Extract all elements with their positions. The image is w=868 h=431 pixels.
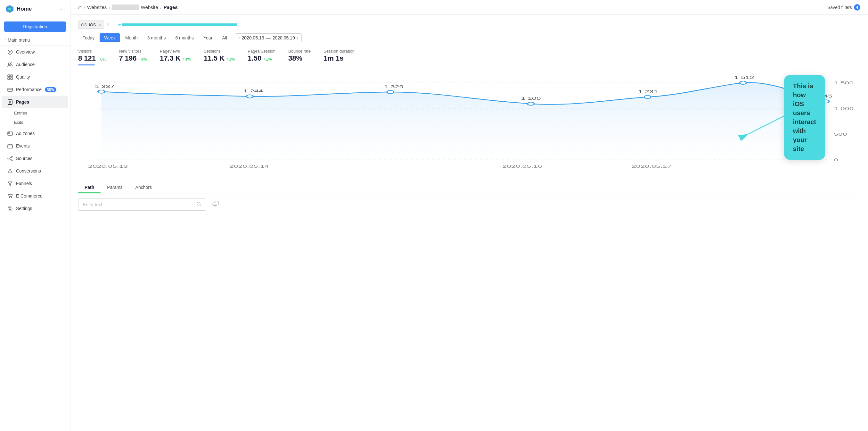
stat-session-duration-label: Session duration	[323, 49, 354, 54]
sidebar-item-settings[interactable]: Settings	[2, 202, 68, 214]
sidebar-item-ecommerce[interactable]: E-Commerce	[2, 190, 68, 202]
sidebar-sub-entries[interactable]: Entries	[0, 108, 70, 118]
cloud-upload-icon[interactable]	[212, 201, 219, 208]
label-3: 1 100	[521, 96, 541, 101]
y-label-1500: 1 500	[834, 81, 854, 85]
stat-bounce-rate: Bounce rate 38%	[288, 49, 311, 65]
date-start: 2020.05.13	[242, 35, 264, 40]
y-label-1000: 1 000	[834, 107, 854, 111]
sidebar-item-pages[interactable]: Pages	[2, 96, 68, 108]
time-btn-today[interactable]: Today	[78, 33, 99, 42]
chart-container: 1 500 1 000 500 0 1	[78, 73, 860, 176]
filter-clear-all[interactable]: ×	[107, 22, 110, 28]
registration-button[interactable]: Registration	[4, 22, 66, 32]
breadcrumb: ⌂ › Websites › Website › Pages	[78, 4, 178, 10]
svg-line-42	[200, 205, 201, 206]
filter-ios-close[interactable]: ×	[98, 22, 101, 27]
stat-visitors: Visitors 8 121 +6%	[78, 49, 106, 65]
sidebar-item-quality[interactable]: Quality	[2, 71, 68, 83]
svg-point-32	[8, 206, 12, 211]
svg-point-29	[9, 197, 10, 198]
y-label-500: 500	[834, 132, 847, 137]
date-range-picker[interactable]: ‹ 2020.05.13 — 2020.05.19 ›	[235, 33, 302, 42]
tab-path[interactable]: Path	[78, 182, 100, 193]
time-btn-year[interactable]: Year	[199, 33, 217, 42]
quality-icon	[7, 74, 13, 80]
label-2: 1 329	[384, 85, 404, 89]
tooltip-arrow-svg	[729, 108, 793, 140]
time-btn-6months[interactable]: 6 months	[171, 33, 198, 42]
time-btn-week[interactable]: Week	[100, 33, 120, 42]
x-label-1: 2020.05.14	[229, 164, 269, 169]
sidebar-logo: Home	[5, 4, 32, 13]
sidebar-item-conversions[interactable]: Conversions	[2, 165, 68, 177]
sidebar-item-performance[interactable]: Performance NEW	[2, 83, 68, 95]
stat-pages-session-change: +1%	[263, 57, 272, 62]
stat-pageviews: Pageviews 17.3 K +4%	[160, 49, 191, 65]
search-bar[interactable]	[78, 199, 206, 211]
search-area	[78, 199, 206, 211]
sidebar-item-funnels[interactable]: Funnels	[2, 177, 68, 190]
breadcrumb-websites[interactable]: Websites	[87, 4, 107, 10]
date-prev-arrow[interactable]: ‹	[238, 35, 240, 40]
breadcrumb-website-label[interactable]: Website	[141, 4, 158, 10]
stat-bounce-rate-label: Bounce rate	[288, 49, 311, 54]
breadcrumb-pages: Pages	[164, 4, 178, 10]
sidebar-item-overview[interactable]: Overview	[2, 46, 68, 58]
tab-params[interactable]: Params	[100, 182, 129, 193]
x-label-0: 2020.05.13	[88, 164, 128, 169]
stat-sessions-label: Sessions	[204, 49, 235, 54]
breadcrumb-website-name	[112, 4, 139, 10]
sidebar-item-ad-zones[interactable]: Ad zones	[2, 127, 68, 140]
breadcrumb-sep: ›	[84, 4, 85, 10]
svg-point-5	[8, 63, 10, 65]
stat-pageviews-value: 17.3 K +4%	[160, 54, 191, 62]
conversions-icon	[7, 168, 13, 174]
chart-area-fill	[101, 82, 826, 160]
svg-point-25	[11, 160, 12, 161]
x-label-4: 2020.05.17	[631, 164, 671, 169]
time-btn-3months[interactable]: 3 months	[143, 33, 170, 42]
stat-sessions: Sessions 11.5 K +3%	[204, 49, 235, 65]
chart-dot-1	[247, 95, 253, 98]
svg-point-23	[8, 158, 9, 159]
stat-visitors-label: Visitors	[78, 49, 106, 54]
time-btn-all[interactable]: All	[217, 33, 231, 42]
sources-icon	[7, 155, 13, 161]
main-content: ⌂ › Websites › Website › Pages Saved fil…	[70, 0, 868, 431]
pages-icon	[7, 99, 13, 105]
tooltip-text: This is how iOS users interact with your…	[793, 82, 816, 152]
time-btn-month[interactable]: Month	[121, 33, 142, 42]
chart-dot-4	[644, 95, 651, 99]
saved-filters-button[interactable]: Saved filters 4	[827, 4, 860, 10]
svg-line-27	[9, 159, 11, 160]
tab-anchors[interactable]: Anchors	[129, 182, 158, 193]
sidebar-item-sources[interactable]: Sources	[2, 152, 68, 165]
sidebar-item-audience[interactable]: Audience	[2, 58, 68, 70]
stat-visitors-underline	[78, 64, 95, 65]
performance-icon	[7, 87, 13, 92]
stat-pages-session: Pages/Session 1.50 +1%	[248, 49, 275, 65]
sidebar-item-label: Conversions	[16, 168, 41, 173]
date-end: 2020.05.19	[273, 35, 295, 40]
main-menu-item[interactable]: ‹ Main menu	[0, 35, 70, 46]
svg-rect-9	[8, 78, 10, 80]
overview-icon	[7, 49, 13, 55]
sidebar-sub-exits[interactable]: Exits	[0, 118, 70, 127]
cyan-arrow-svg	[119, 20, 240, 29]
settings-icon	[7, 206, 13, 211]
stat-visitors-value: 8 121 +6%	[78, 54, 106, 62]
search-input[interactable]	[83, 202, 194, 207]
sidebar-item-events[interactable]: Events	[2, 140, 68, 152]
svg-point-6	[10, 62, 12, 64]
svg-point-41	[197, 202, 200, 205]
home-icon[interactable]: ⌂	[78, 4, 82, 10]
filter-tag-os-ios[interactable]: OS iOS ×	[78, 21, 104, 29]
stat-new-visitors-change: +4%	[139, 57, 147, 62]
sidebar-menu-dots[interactable]: ⋯	[59, 5, 65, 12]
logo-icon	[5, 4, 14, 13]
sidebar-item-label: Ad zones	[16, 131, 35, 136]
sidebar-item-label: Quality	[16, 75, 30, 80]
date-next-arrow[interactable]: ›	[297, 35, 299, 40]
tabs-bar: Path Params Anchors	[78, 182, 860, 193]
